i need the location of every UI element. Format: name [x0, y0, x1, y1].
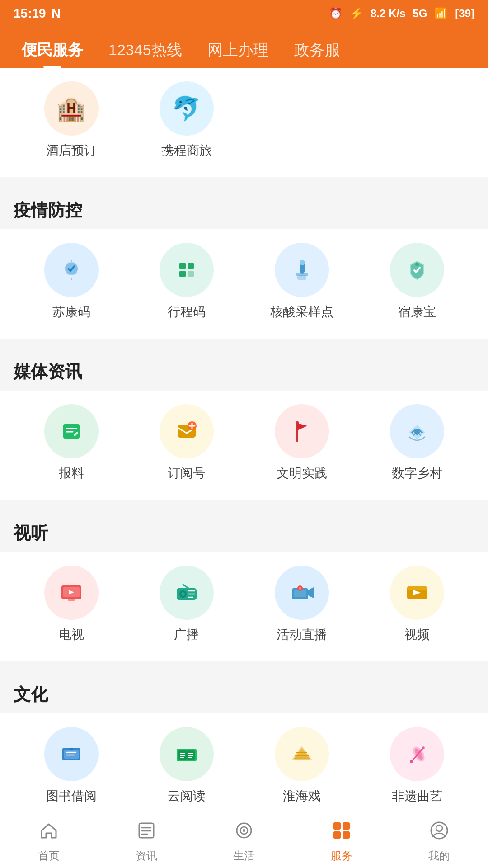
epidemic-icon-row: 苏康码 行程码	[0, 238, 488, 325]
nav-life-label: 生活	[233, 849, 255, 863]
icon-radio-label: 广播	[174, 626, 199, 643]
icon-travel[interactable]: 行程码	[129, 243, 244, 321]
media-icon-row: 报料 订阅号	[0, 400, 488, 486]
svg-rect-7	[300, 260, 305, 265]
svg-rect-2	[179, 263, 186, 269]
tab-online[interactable]: 网上办理	[195, 33, 282, 68]
tab-hotline[interactable]: 12345热线	[96, 33, 195, 68]
icon-civilization[interactable]: 文明实践	[244, 404, 359, 482]
icon-tv-label: 电视	[59, 626, 84, 643]
icon-digital-circle	[390, 404, 444, 458]
svg-point-67	[243, 829, 245, 832]
icon-travel-label: 行程码	[168, 303, 206, 321]
icon-report-circle	[44, 404, 99, 458]
section-header-culture: 文化	[0, 670, 488, 713]
nav-life[interactable]: 生活	[195, 820, 293, 863]
icon-sukanbao-label: 宿康宝	[398, 303, 436, 321]
icon-nucleic-label: 核酸采样点	[270, 303, 333, 321]
svg-rect-9	[297, 275, 306, 280]
svg-rect-41	[70, 748, 73, 750]
icon-heritage-circle	[390, 727, 444, 781]
icon-civilization-circle	[275, 404, 329, 458]
nav-services[interactable]: 服务	[293, 820, 390, 863]
icon-library-circle	[44, 727, 99, 781]
svg-point-53	[294, 757, 310, 760]
status-bar: 15:19 N ⏰ ⚡ 8.2 K/s 5G 📶 [39]	[0, 0, 488, 27]
bluetooth-icon: ⚡	[350, 7, 363, 20]
section-audiovisual: 电视 广播	[0, 552, 488, 661]
section-media: 报料 订阅号	[0, 391, 488, 500]
life-icon	[233, 820, 255, 845]
icon-cloudread-circle	[160, 727, 214, 781]
svg-rect-33	[294, 590, 306, 597]
tab-gov[interactable]: 政务服	[282, 33, 353, 68]
nav-mine-label: 我的	[428, 849, 450, 863]
icon-radio-circle	[160, 566, 214, 620]
svg-rect-5	[188, 271, 194, 277]
icon-cloudread[interactable]: 云阅读	[129, 727, 244, 805]
nav-home-label: 首页	[38, 849, 60, 863]
svg-rect-70	[333, 831, 341, 839]
icon-hotel[interactable]: 🏨 酒店预订	[14, 81, 129, 159]
icon-live[interactable]: 活动直播	[244, 566, 359, 643]
section-culture: 图书借阅 云阅读	[0, 713, 488, 823]
icon-subscribe[interactable]: 订阅号	[129, 404, 244, 482]
icon-ctrip-circle: 🐬	[160, 81, 214, 136]
icon-cloudread-label: 云阅读	[168, 788, 206, 805]
bottom-nav: 首页 资讯 生活	[0, 814, 488, 868]
nav-news[interactable]: 资讯	[98, 820, 195, 863]
svg-rect-4	[179, 271, 186, 277]
icon-digital-label: 数字乡村	[392, 465, 442, 482]
section-header-audiovisual: 视听	[0, 509, 488, 552]
svg-point-73	[436, 825, 442, 831]
icon-subscribe-circle	[160, 404, 214, 458]
nfc-icon: N	[52, 6, 61, 21]
icon-sukanbao[interactable]: 宿康宝	[359, 243, 474, 321]
nav-news-label: 资讯	[136, 849, 157, 863]
services-icon	[331, 820, 352, 845]
svg-rect-25	[68, 599, 75, 601]
icon-digital[interactable]: 数字乡村	[359, 404, 474, 482]
icon-video-label: 视频	[404, 626, 430, 643]
icon-subscribe-label: 订阅号	[168, 465, 206, 482]
nav-home[interactable]: 首页	[0, 820, 98, 863]
icon-sukang-circle	[44, 243, 99, 297]
svg-point-60	[422, 746, 425, 749]
icon-tv-circle	[44, 566, 99, 620]
svg-point-35	[299, 587, 301, 590]
icon-report[interactable]: 报料	[14, 404, 129, 482]
tab-convenience[interactable]: 便民服务	[9, 33, 96, 68]
icon-library[interactable]: 图书借阅	[14, 727, 129, 805]
icon-nucleic-circle	[275, 243, 329, 297]
svg-rect-69	[343, 822, 350, 830]
mine-icon	[428, 820, 450, 845]
svg-rect-40	[64, 750, 79, 759]
wifi-icon: 📶	[434, 7, 448, 20]
top-icons-section: 🏨 酒店预订 🐬 携程商旅	[0, 68, 488, 177]
nav-services-label: 服务	[331, 849, 352, 863]
alarm-icon: ⏰	[329, 7, 343, 20]
top-tab-bar: 便民服务 12345热线 网上办理 政务服	[0, 27, 488, 68]
icon-ctrip[interactable]: 🐬 携程商旅	[129, 81, 244, 159]
svg-point-21	[414, 429, 420, 435]
icon-civilization-label: 文明实践	[277, 465, 327, 482]
icon-video[interactable]: 视频	[359, 566, 474, 643]
audiovisual-icon-row: 电视 广播	[0, 561, 488, 648]
icon-sukang-label: 苏康码	[52, 303, 90, 321]
icon-tv[interactable]: 电视	[14, 566, 129, 643]
svg-point-28	[181, 592, 185, 596]
svg-point-20	[296, 421, 299, 425]
time: 15:19	[14, 6, 46, 21]
icon-opera-circle	[275, 727, 329, 781]
icon-nucleic[interactable]: 核酸采样点	[244, 243, 359, 321]
icon-opera[interactable]: 淮海戏	[244, 727, 359, 805]
icon-radio[interactable]: 广播	[129, 566, 244, 643]
nav-mine[interactable]: 我的	[390, 820, 488, 863]
svg-point-59	[410, 760, 413, 763]
icon-heritage[interactable]: 非遗曲艺	[359, 727, 474, 805]
icon-video-circle	[390, 566, 444, 620]
svg-rect-71	[343, 831, 350, 839]
svg-rect-3	[188, 263, 194, 269]
main-content: 🏨 酒店预订 🐬 携程商旅 疫情防控	[0, 68, 488, 868]
icon-sukang[interactable]: 苏康码	[14, 243, 129, 321]
